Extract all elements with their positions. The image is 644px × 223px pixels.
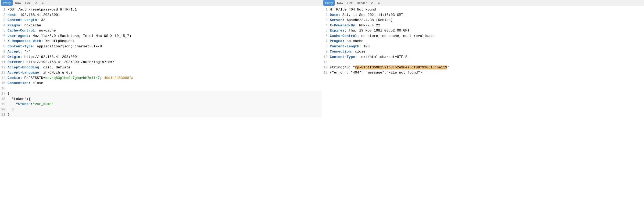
right-panel-content: 1HTTP/1.0 404 Not Found2Date: Sat, 11 Se…: [322, 6, 644, 76]
table-row: 12string(48) "rp-81b1f36962591b8cb2e96ea…: [322, 65, 644, 70]
line-content: Date: Sat, 11 Sep 2021 14:16:03 GMT: [330, 12, 644, 18]
table-row: 3Content-Length: 32: [0, 18, 322, 23]
text-segment: : close: [28, 81, 43, 85]
text-segment: Connection: [8, 81, 28, 85]
text-segment: : no-cache: [20, 23, 41, 27]
text-segment: Connection: [330, 50, 351, 54]
line-number: 8: [0, 44, 8, 49]
tab-right-raw[interactable]: Raw: [335, 0, 345, 6]
text-segment: : gzip, deflate: [39, 65, 70, 69]
table-row: 13{"error": "404", "message":"File not f…: [322, 70, 644, 75]
line-number: 2: [0, 12, 8, 18]
table-row: 2Host: 192.168.41.203:8001: [0, 12, 322, 18]
line-number: 11: [0, 60, 8, 65]
text-segment: : 32: [37, 18, 45, 22]
table-row: 11: [322, 60, 644, 65]
line-number: 17: [0, 91, 8, 96]
line-content: string(48) "rp-81b1f36962591b8cb2e96ea5c…: [330, 65, 644, 70]
line-number: 7: [322, 39, 330, 44]
line-content: Cache-Control: no-cache: [8, 28, 322, 33]
line-content: Host: 192.168.41.203:8001: [8, 12, 322, 18]
text-segment: : PHPSESSID=: [20, 76, 45, 80]
text-segment: : Sat, 11 Sep 2021 14:16:03 GMT: [338, 13, 403, 17]
text-segment: : 106: [359, 44, 370, 48]
text-segment: {: [8, 92, 10, 96]
tab-right-newline[interactable]: \n: [369, 0, 375, 6]
tab-left-raw[interactable]: Raw: [13, 0, 23, 6]
line-content: X-Requested-With: XMLHttpRequest: [8, 39, 322, 44]
line-number: 21: [0, 112, 8, 117]
left-panel[interactable]: 1POST /auth/resetpassword HTTP/1.12Host:…: [0, 6, 322, 223]
text-segment: Pragma: [330, 39, 342, 43]
text-segment: 40d1b2d83998fa: [104, 76, 133, 80]
tab-left-menu[interactable]: ≡: [40, 0, 46, 6]
tab-right-render[interactable]: Render: [355, 0, 368, 6]
left-panel-content: 1POST /auth/resetpassword HTTP/1.12Host:…: [0, 6, 322, 119]
table-row: 4Pragma: no-cache: [0, 23, 322, 28]
line-number: 13: [322, 70, 330, 75]
line-content: "token":{: [8, 96, 322, 102]
table-row: 9Connection: close: [322, 49, 644, 54]
text-segment: Expires: [330, 29, 345, 33]
text-segment: X-Powered-By: [330, 23, 355, 27]
table-row: 17{: [0, 91, 322, 96]
tab-right-menu[interactable]: ≡: [376, 0, 382, 6]
text-segment: Cache-Control: [8, 29, 35, 33]
text-segment: POST /auth/resetpassword HTTP/1.1: [8, 8, 77, 12]
line-content: "$func":"var_dump": [8, 102, 322, 107]
line-content: }: [8, 107, 322, 112]
line-number: 10: [0, 54, 8, 60]
table-row: 18 "token":{: [0, 96, 322, 102]
table-row: 15Connection: close: [0, 81, 322, 86]
text-segment: }: [8, 113, 10, 117]
line-content: Pragma: no-cache: [8, 23, 322, 28]
line-content: Accept-Encoding: gzip, deflate: [8, 65, 322, 70]
tab-left-pretty[interactable]: Pretty: [1, 0, 13, 6]
text-segment: rp-81b1f36962591b8cb2e96ea5cf88f930613cb…: [355, 65, 447, 69]
text-segment: Content-Length: [330, 44, 359, 48]
line-content: Pragma: no-cache: [330, 39, 644, 44]
text-segment: Accept-Language: [8, 71, 39, 75]
tab-left-newline[interactable]: \n: [33, 0, 39, 6]
text-segment: : Thu, 19 Nov 1981 08:52:00 GMT: [345, 29, 410, 33]
tab-left-hex[interactable]: Hex: [23, 0, 33, 6]
line-content: Content-Length: 32: [8, 18, 322, 23]
text-segment: : */*: [20, 50, 31, 54]
table-row: 4X-Powered-By: PHP/7.4.22: [322, 23, 644, 28]
table-row: 8Content-Type: application/json; charset…: [0, 44, 322, 49]
line-content: Origin: http://192.168.41.203:8001: [8, 54, 322, 60]
line-number: 12: [322, 65, 330, 70]
line-content: Content-Length: 106: [330, 44, 644, 49]
panels-container: 1POST /auth/resetpassword HTTP/1.12Host:…: [0, 6, 644, 223]
text-segment: HTTP/1.0 404 Not Found: [330, 8, 376, 12]
table-row: 13Accept-Language: zh-CN,zh;q=0.9: [0, 70, 322, 75]
text-segment: Date: [330, 13, 338, 17]
tab-right-pretty[interactable]: Pretty: [323, 0, 335, 6]
line-content: Content-Type: text/html;charset=UTF-8: [330, 54, 644, 60]
right-panel[interactable]: 1HTTP/1.0 404 Not Found2Date: Sat, 11 Se…: [322, 6, 644, 223]
text-segment: ": [447, 65, 449, 69]
line-number: 4: [0, 23, 8, 28]
text-segment: Content-Type: [8, 44, 33, 48]
text-segment: : PHP/7.4.22: [355, 23, 380, 27]
tab-right-hex[interactable]: Hex: [345, 0, 355, 6]
table-row: 5Cache-Control: no-cache: [0, 28, 322, 33]
table-row: 19 "$func":"var_dump": [0, 102, 322, 107]
table-row: 7Pragma: no-cache: [322, 39, 644, 44]
text-segment: : 192.168.41.203:8001: [16, 13, 60, 17]
line-number: 7: [0, 39, 8, 44]
text-segment: Content-Length: [8, 18, 37, 22]
table-row: 1POST /auth/resetpassword HTTP/1.1: [0, 7, 322, 12]
right-panel-toolbar: Pretty Raw Hex Render \n ≡: [322, 0, 644, 6]
line-content: HTTP/1.0 404 Not Found: [330, 7, 644, 12]
text-segment: :: [31, 102, 33, 106]
table-row: 8Content-Length: 106: [322, 44, 644, 49]
text-segment: Cookie: [8, 76, 20, 80]
table-row: 16: [0, 86, 322, 91]
line-number: 1: [0, 7, 8, 12]
line-number: 9: [0, 49, 8, 54]
table-row: 5Expires: Thu, 19 Nov 1981 08:52:00 GMT: [322, 28, 644, 33]
line-number: 15: [0, 81, 8, 86]
table-row: 10Content-Type: text/html;charset=UTF-8: [322, 54, 644, 60]
text-segment: Content-Type: [330, 55, 355, 59]
